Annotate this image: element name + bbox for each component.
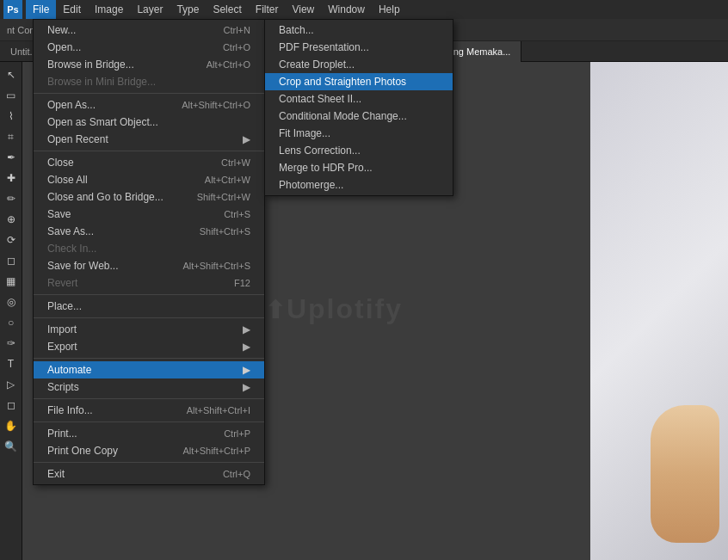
- tool-history[interactable]: ⟳: [2, 231, 21, 249]
- automate-crop[interactable]: Crop and Straighten Photos: [265, 73, 453, 90]
- separator-7: [34, 422, 264, 422]
- menu-browse-bridge[interactable]: Browse in Bridge... Alt+Ctrl+O: [34, 56, 264, 73]
- tool-lasso[interactable]: ⌇: [2, 107, 21, 126]
- watermark: ⬆Uplotify: [265, 289, 403, 325]
- automate-conditional[interactable]: Conditional Mode Change...: [265, 108, 453, 125]
- tool-blur[interactable]: ◎: [2, 292, 21, 311]
- menu-file-info[interactable]: File Info... Alt+Shift+Ctrl+I: [34, 402, 264, 419]
- tool-eraser[interactable]: ◻: [2, 251, 21, 270]
- menu-open-label: Open...: [47, 41, 81, 53]
- menu-import[interactable]: Import ▶: [34, 321, 264, 338]
- menu-save-as-label: Save As...: [47, 225, 94, 237]
- ps-logo: Ps: [3, 0, 22, 19]
- automate-hdr[interactable]: Merge to HDR Pro...: [265, 159, 453, 176]
- menu-open-shortcut: Ctrl+O: [223, 42, 250, 52]
- automate-batch-label: Batch...: [279, 24, 314, 36]
- menu-print-one-shortcut: Alt+Shift+Ctrl+P: [182, 446, 250, 456]
- automate-contact-sheet[interactable]: Contact Sheet II...: [265, 90, 453, 108]
- tool-dodge[interactable]: ○: [2, 313, 21, 332]
- menu-close-all[interactable]: Close All Alt+Ctrl+W: [34, 171, 264, 188]
- tool-hand[interactable]: ✋: [2, 416, 21, 435]
- menu-place[interactable]: Place...: [34, 298, 264, 315]
- menu-close-bridge-label: Close and Go to Bridge...: [47, 191, 163, 203]
- automate-droplet[interactable]: Create Droplet...: [265, 56, 453, 73]
- menu-file-info-label: File Info...: [47, 404, 93, 416]
- automate-contact-sheet-label: Contact Sheet II...: [279, 93, 361, 105]
- menu-layer[interactable]: Layer: [130, 0, 170, 19]
- tool-pen[interactable]: ✑: [2, 334, 21, 353]
- file-dropdown: New... Ctrl+N Open... Ctrl+O Browse in B…: [33, 19, 265, 485]
- menu-scripts[interactable]: Scripts ▶: [34, 378, 264, 396]
- separator-5: [34, 358, 264, 359]
- menu-save-web-shortcut: Alt+Shift+Ctrl+S: [182, 261, 250, 271]
- tool-move[interactable]: ↖: [2, 65, 21, 84]
- menu-edit[interactable]: Edit: [56, 0, 88, 19]
- menu-browse-mini: Browse in Mini Bridge...: [34, 73, 264, 90]
- menu-export[interactable]: Export ▶: [34, 338, 264, 355]
- menu-window[interactable]: Window: [321, 0, 372, 19]
- import-arrow: ▶: [243, 323, 250, 335]
- tool-gradient[interactable]: ▦: [2, 272, 21, 291]
- menu-print-one[interactable]: Print One Copy Alt+Shift+Ctrl+P: [34, 442, 264, 459]
- tool-heal[interactable]: ✚: [2, 169, 21, 188]
- tool-text[interactable]: T: [2, 354, 21, 373]
- menu-filter[interactable]: Filter: [249, 0, 286, 19]
- tool-brush[interactable]: ✏: [2, 189, 21, 208]
- automate-hdr-label: Merge to HDR Pro...: [279, 162, 373, 174]
- menu-save[interactable]: Save Ctrl+S: [34, 206, 264, 223]
- menu-export-label: Export: [47, 341, 77, 353]
- separator-8: [34, 462, 264, 463]
- tool-eyedropper[interactable]: ✒: [2, 148, 21, 167]
- automate-batch[interactable]: Batch...: [265, 22, 453, 39]
- menu-open-as[interactable]: Open As... Alt+Shift+Ctrl+O: [34, 96, 264, 114]
- open-recent-arrow: ▶: [243, 133, 250, 145]
- tool-crop[interactable]: ⌗: [2, 127, 21, 146]
- automate-fit-image[interactable]: Fit Image...: [265, 125, 453, 142]
- menu-close-bridge[interactable]: Close and Go to Bridge... Shift+Ctrl+W: [34, 188, 264, 206]
- scripts-arrow: ▶: [243, 381, 250, 393]
- menu-exit[interactable]: Exit Ctrl+Q: [34, 465, 264, 483]
- menu-print[interactable]: Print... Ctrl+P: [34, 425, 264, 442]
- menu-type[interactable]: Type: [170, 0, 206, 19]
- menu-open[interactable]: Open... Ctrl+O: [34, 39, 264, 56]
- automate-fit-image-label: Fit Image...: [279, 127, 330, 139]
- menu-check-in-label: Check In...: [47, 243, 96, 255]
- menu-automate[interactable]: Automate ▶: [34, 361, 264, 378]
- automate-lens[interactable]: Lens Correction...: [265, 142, 453, 159]
- automate-arrow: ▶: [243, 364, 250, 376]
- menu-image[interactable]: Image: [88, 0, 130, 19]
- menu-help[interactable]: Help: [372, 0, 407, 19]
- automate-lens-label: Lens Correction...: [279, 145, 361, 157]
- menu-automate-label: Automate: [47, 364, 91, 376]
- menu-file[interactable]: File: [26, 0, 56, 19]
- menu-close[interactable]: Close Ctrl+W: [34, 154, 264, 171]
- left-toolbar: ↖ ▭ ⌇ ⌗ ✒ ✚ ✏ ⊕ ⟳ ◻ ▦ ◎ ○ ✑ T ▷ ◻ ✋ 🔍: [0, 62, 22, 560]
- separator-3: [34, 294, 264, 295]
- menu-view[interactable]: View: [285, 0, 321, 19]
- menu-open-smart-label: Open as Smart Object...: [47, 116, 158, 128]
- separator-1: [34, 93, 264, 94]
- menu-open-recent[interactable]: Open Recent ▶: [34, 131, 264, 148]
- menu-select[interactable]: Select: [206, 0, 248, 19]
- menu-close-all-label: Close All: [47, 174, 88, 186]
- menu-browse-mini-label: Browse in Mini Bridge...: [47, 76, 156, 88]
- menu-revert-label: Revert: [47, 277, 77, 289]
- menu-save-web[interactable]: Save for Web... Alt+Shift+Ctrl+S: [34, 257, 264, 274]
- tool-stamp[interactable]: ⊕: [2, 210, 21, 229]
- separator-6: [34, 398, 264, 399]
- automate-pdf-label: PDF Presentation...: [279, 41, 369, 53]
- automate-pdf[interactable]: PDF Presentation...: [265, 39, 453, 56]
- tool-select[interactable]: ▭: [2, 86, 21, 105]
- menu-open-as-shortcut: Alt+Shift+Ctrl+O: [182, 100, 250, 110]
- automate-crop-label: Crop and Straighten Photos: [279, 76, 406, 88]
- automate-submenu: Batch... PDF Presentation... Create Drop…: [264, 19, 453, 196]
- tool-shape[interactable]: ◻: [2, 396, 21, 415]
- tool-zoom[interactable]: 🔍: [2, 437, 21, 456]
- menu-close-bridge-shortcut: Shift+Ctrl+W: [197, 192, 250, 202]
- menu-save-as[interactable]: Save As... Shift+Ctrl+S: [34, 223, 264, 240]
- automate-photomerge[interactable]: Photomerge...: [265, 176, 453, 194]
- menu-open-smart[interactable]: Open as Smart Object...: [34, 114, 264, 131]
- menu-print-one-label: Print One Copy: [47, 445, 118, 457]
- menu-new[interactable]: New... Ctrl+N: [34, 22, 264, 39]
- tool-path[interactable]: ▷: [2, 375, 21, 394]
